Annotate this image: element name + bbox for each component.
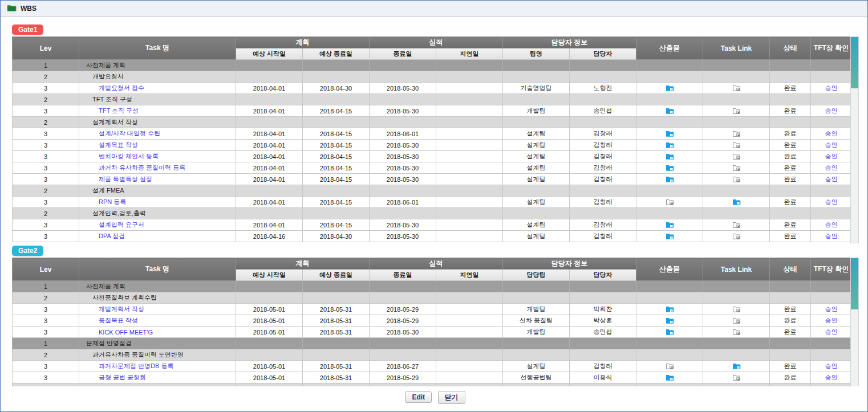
- blue-folder-icon[interactable]: [666, 153, 674, 160]
- lev-cell: 3: [13, 162, 79, 174]
- team-cell: [503, 208, 570, 219]
- gray-folder-icon[interactable]: [732, 153, 741, 160]
- gray-folder-icon[interactable]: [732, 164, 741, 171]
- lev-cell: 1: [13, 338, 79, 349]
- blue-folder-icon[interactable]: [666, 130, 674, 137]
- approve-link[interactable]: 승인: [825, 305, 838, 312]
- owner-cell: [570, 384, 636, 387]
- gray-folder-icon[interactable]: [732, 328, 741, 335]
- blue-folder-icon[interactable]: [666, 107, 674, 114]
- approve-link[interactable]: 승인: [825, 198, 838, 205]
- task-link[interactable]: 과거차 유사차종 품질이력 등록: [99, 164, 185, 171]
- column-header-col-task-link: Task Link: [703, 37, 770, 60]
- column-header-col-owner-group: 담당자 정보: [503, 37, 636, 48]
- approve-link[interactable]: 승인: [825, 130, 838, 137]
- blue-folder-icon[interactable]: [666, 164, 674, 171]
- expected-end-cell: 2018-04-30: [303, 231, 370, 242]
- blue-folder-icon[interactable]: [666, 317, 674, 324]
- blue-folder-icon[interactable]: [666, 305, 674, 312]
- scrollbar-thumb[interactable]: [851, 258, 858, 309]
- gray-folder-icon[interactable]: [732, 130, 741, 137]
- gray-folder-icon[interactable]: [732, 176, 741, 182]
- close-button[interactable]: 닫기: [438, 391, 465, 404]
- gray-folder-icon[interactable]: [732, 232, 741, 239]
- task-link[interactable]: 설계목표 작성: [99, 141, 138, 148]
- vertical-scrollbar[interactable]: [850, 36, 859, 243]
- column-header-col-tft-confirm: TFT장 확인: [811, 37, 852, 60]
- approve-link[interactable]: 승인: [825, 328, 838, 335]
- task-link[interactable]: KICK OFF MEET'G: [99, 329, 153, 336]
- gray-folder-icon[interactable]: [732, 221, 741, 228]
- task-link[interactable]: 설계/시작 대일정 수립: [99, 130, 160, 137]
- gates-container: Gate1LevTask 명계획실적담당자 정보산출물Task Link상태TF…: [12, 21, 858, 386]
- approve-link[interactable]: 승인: [825, 362, 838, 369]
- vertical-scrollbar[interactable]: [850, 258, 859, 386]
- approve-link[interactable]: 승인: [825, 374, 838, 381]
- lev-cell: 3: [13, 128, 79, 140]
- task-link[interactable]: TFT 조직 구성: [99, 107, 139, 114]
- approve-link[interactable]: 승인: [825, 232, 838, 239]
- blue-folder-icon[interactable]: [666, 374, 674, 381]
- edit-button[interactable]: Edit: [405, 391, 432, 403]
- team-cell: [503, 117, 570, 128]
- task-link[interactable]: 제품 특별특성 설정: [99, 176, 152, 182]
- blue-folder-icon[interactable]: [666, 328, 674, 335]
- column-header-col-lev: Lev: [13, 258, 79, 281]
- end-date-cell: 2018-05-30: [370, 140, 436, 151]
- blue-folder-icon[interactable]: [666, 232, 674, 239]
- blue-folder-icon[interactable]: [666, 141, 674, 148]
- expected-start-cell: [236, 281, 303, 292]
- table-row: 3과거차 유사차종 품질이력 등록2018-04-012018-04-15201…: [13, 162, 852, 174]
- task-link[interactable]: 개발계획서 작성: [99, 305, 144, 312]
- lev-cell: 1: [13, 60, 79, 71]
- gray-folder-icon[interactable]: [732, 305, 741, 312]
- blue-folder-icon[interactable]: [666, 221, 674, 228]
- expected-start-cell: 2018-05-01: [236, 361, 303, 372]
- gray-folder-icon[interactable]: [732, 374, 741, 381]
- approve-link[interactable]: 승인: [825, 164, 838, 171]
- output-cell: [636, 219, 703, 231]
- approve-link[interactable]: 승인: [825, 221, 838, 228]
- approve-link[interactable]: 승인: [825, 176, 838, 182]
- gray-folder-icon[interactable]: [666, 362, 674, 369]
- approve-link[interactable]: 승인: [825, 107, 838, 114]
- expected-end-cell: 2018-05-31: [303, 361, 370, 372]
- gray-folder-icon[interactable]: [732, 141, 741, 148]
- approve-link[interactable]: 승인: [825, 153, 838, 160]
- gray-folder-icon[interactable]: [732, 317, 741, 324]
- table-row: 2설계입력,검토,출력: [13, 208, 852, 219]
- status-cell: [770, 349, 811, 361]
- task-link[interactable]: 벤치마킹 제안서 등록: [99, 153, 159, 160]
- task-link[interactable]: 개발요청서 접수: [99, 84, 144, 91]
- blue-folder-icon[interactable]: [666, 176, 674, 182]
- output-cell: [636, 128, 703, 140]
- tft-confirm-cell: 승인: [811, 372, 852, 384]
- expected-start-cell: [236, 338, 303, 349]
- scrollbar-thumb[interactable]: [851, 37, 858, 88]
- status-cell: 완료: [770, 315, 811, 327]
- task-link-cell: [703, 219, 770, 231]
- approve-link[interactable]: 승인: [825, 84, 838, 91]
- team-cell: 설계팀: [503, 128, 570, 140]
- team-cell: 개발팀: [503, 105, 570, 117]
- blue-folder-icon[interactable]: [666, 84, 674, 91]
- gray-folder-icon[interactable]: [732, 84, 741, 91]
- blue-folder-icon[interactable]: [732, 362, 741, 369]
- approve-link[interactable]: 승인: [825, 317, 838, 324]
- approve-link[interactable]: 승인: [825, 141, 838, 148]
- gray-folder-icon[interactable]: [732, 107, 741, 114]
- task-link[interactable]: RPN 등록: [99, 198, 126, 205]
- output-cell: [636, 117, 703, 128]
- gray-folder-icon[interactable]: [666, 198, 674, 205]
- task-link[interactable]: DPA 점검: [99, 232, 125, 239]
- task-link[interactable]: 품질목표 작성: [99, 317, 138, 324]
- tft-confirm-cell: [811, 338, 852, 349]
- blue-folder-icon[interactable]: [732, 198, 741, 205]
- tft-confirm-cell: 승인: [811, 128, 852, 140]
- delay-cell: [436, 327, 503, 338]
- task-link[interactable]: 금형 공법 공청회: [99, 374, 146, 381]
- team-cell: [503, 71, 570, 83]
- task-link[interactable]: 과거차문제점 반영DB 등록: [99, 362, 173, 369]
- task-link[interactable]: 설계입력 요구서: [99, 221, 144, 228]
- task-name-cell: [79, 384, 236, 387]
